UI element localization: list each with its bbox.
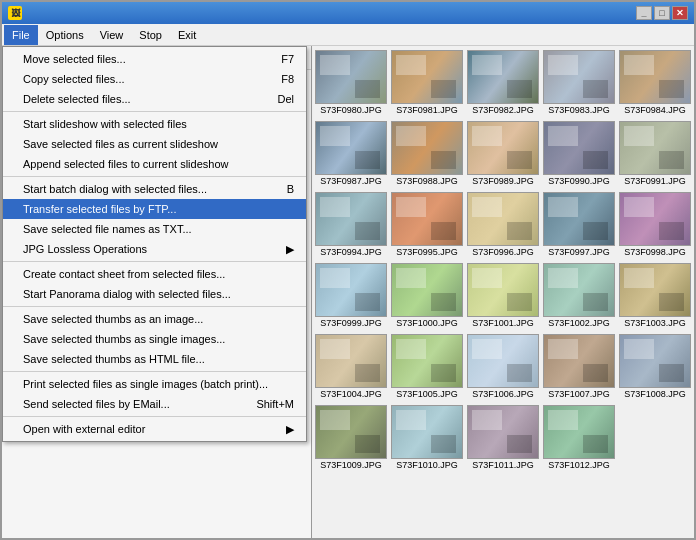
app-icon: 🖼 [8,6,22,20]
menu-print-files[interactable]: Print selected files as single images (b… [3,374,306,394]
thumbnail-item[interactable]: S73F0990.JPG [542,119,616,188]
menu-save-names-txt[interactable]: Save selected file names as TXT... [3,219,306,239]
thumbnail-image [467,192,539,246]
title-bar-left: 🖼 [8,6,26,20]
minimize-button[interactable]: _ [636,6,652,20]
thumbnail-label: S73F1010.JPG [396,460,458,470]
file-dropdown-menu: Move selected files... F7 Copy selected … [2,46,307,442]
menu-panorama[interactable]: Start Panorama dialog with selected file… [3,284,306,304]
menu-start-slideshow[interactable]: Start slideshow with selected files [3,114,306,134]
menu-transfer-ftp[interactable]: Transfer selected files by FTP... [3,199,306,219]
thumbnail-item[interactable]: S73F1003.JPG [618,261,692,330]
thumbnail-image [391,263,463,317]
thumbnail-label: S73F0998.JPG [624,247,686,257]
menu-save-thumbs-html[interactable]: Save selected thumbs as HTML file... [3,349,306,369]
thumbnail-item[interactable]: S73F0999.JPG [314,261,388,330]
thumbnail-item[interactable]: S73F1002.JPG [542,261,616,330]
thumbnail-item[interactable]: S73F0982.JPG [466,48,540,117]
thumbnail-image [619,334,691,388]
thumbnail-image [467,121,539,175]
menu-open-external[interactable]: Open with external editor ▶ [3,419,306,439]
thumbnail-item[interactable]: S73F0980.JPG [314,48,388,117]
thumbnail-image [315,405,387,459]
menu-contact-sheet[interactable]: Create contact sheet from selected files… [3,264,306,284]
thumbnail-item[interactable]: S73F1012.JPG [542,403,616,472]
menu-send-email[interactable]: Send selected files by EMail... Shift+M [3,394,306,414]
thumbnail-grid: S73F0980.JPGS73F0981.JPGS73F0982.JPGS73F… [312,46,694,474]
thumbnail-image [619,121,691,175]
thumbnail-label: S73F0981.JPG [396,105,458,115]
thumbnail-image [467,334,539,388]
thumbnail-label: S73F0994.JPG [320,247,382,257]
thumbnail-label: S73F1012.JPG [548,460,610,470]
menu-delete-files[interactable]: Delete selected files... Del [3,89,306,109]
thumbnail-image [543,121,615,175]
thumbnail-item[interactable]: S73F0994.JPG [314,190,388,259]
menu-stop[interactable]: Stop [131,25,170,45]
thumbnail-item[interactable]: S73F0996.JPG [466,190,540,259]
thumbnail-image [619,263,691,317]
thumbnail-item[interactable]: S73F1006.JPG [466,332,540,401]
window-controls: _ □ ✕ [636,6,688,20]
thumbnail-image [391,121,463,175]
thumbnail-item[interactable]: S73F0997.JPG [542,190,616,259]
thumbnail-item[interactable]: S73F0989.JPG [466,119,540,188]
menu-save-thumbs-image[interactable]: Save selected thumbs as an image... [3,309,306,329]
thumbnail-label: S73F0989.JPG [472,176,534,186]
menu-save-thumbs-single[interactable]: Save selected thumbs as single images... [3,329,306,349]
thumbnail-item[interactable]: S73F0995.JPG [390,190,464,259]
thumbnail-item[interactable]: S73F0981.JPG [390,48,464,117]
thumbnail-item[interactable]: S73F1005.JPG [390,332,464,401]
thumbnail-image [543,405,615,459]
menu-section-1: Move selected files... F7 Copy selected … [3,47,306,112]
thumbnail-label: S73F0990.JPG [548,176,610,186]
thumbnail-label: S73F1007.JPG [548,389,610,399]
thumbnail-item[interactable]: S73F1000.JPG [390,261,464,330]
thumbnail-image [467,50,539,104]
left-panel: Move selected files... F7 Copy selected … [2,46,312,538]
thumbnail-image [467,263,539,317]
thumbnail-label: S73F1005.JPG [396,389,458,399]
thumbnail-item[interactable]: S73F1009.JPG [314,403,388,472]
thumbnail-item[interactable]: S73F1001.JPG [466,261,540,330]
menu-batch-dialog[interactable]: Start batch dialog with selected files..… [3,179,306,199]
thumbnail-item[interactable]: S73F0984.JPG [618,48,692,117]
thumbnail-item[interactable]: S73F1008.JPG [618,332,692,401]
thumbnail-image [543,50,615,104]
thumbnail-image [543,192,615,246]
menu-copy-files[interactable]: Copy selected files... F8 [3,69,306,89]
menu-section-7: Open with external editor ▶ [3,417,306,441]
thumbnail-label: S73F1003.JPG [624,318,686,328]
menu-exit[interactable]: Exit [170,25,204,45]
menu-view[interactable]: View [92,25,132,45]
thumbnail-image [543,334,615,388]
thumbnail-label: S73F1004.JPG [320,389,382,399]
maximize-button[interactable]: □ [654,6,670,20]
title-bar: 🖼 _ □ ✕ [2,2,694,24]
thumbnail-item[interactable]: S73F1011.JPG [466,403,540,472]
thumbnail-label: S73F0997.JPG [548,247,610,257]
menu-options[interactable]: Options [38,25,92,45]
thumbnail-item[interactable]: S73F1010.JPG [390,403,464,472]
thumbnail-item[interactable]: S73F0983.JPG [542,48,616,117]
thumbnail-label: S73F0980.JPG [320,105,382,115]
thumbnail-area[interactable]: S73F0980.JPGS73F0981.JPGS73F0982.JPGS73F… [312,46,694,538]
thumbnail-item[interactable]: S73F0991.JPG [618,119,692,188]
menu-section-3: Start batch dialog with selected files..… [3,177,306,262]
thumbnail-image [315,334,387,388]
thumbnail-item[interactable]: S73F1007.JPG [542,332,616,401]
thumbnail-image [315,50,387,104]
close-button[interactable]: ✕ [672,6,688,20]
menu-file[interactable]: File [4,25,38,45]
menu-jpg-lossless[interactable]: JPG Lossless Operations ▶ [3,239,306,259]
menu-move-files[interactable]: Move selected files... F7 [3,49,306,69]
thumbnail-item[interactable]: S73F1004.JPG [314,332,388,401]
menu-append-slideshow[interactable]: Append selected files to current slidesh… [3,154,306,174]
thumbnail-image [467,405,539,459]
thumbnail-image [391,405,463,459]
thumbnail-label: S73F0999.JPG [320,318,382,328]
menu-save-slideshow[interactable]: Save selected files as current slideshow [3,134,306,154]
thumbnail-item[interactable]: S73F0998.JPG [618,190,692,259]
thumbnail-item[interactable]: S73F0988.JPG [390,119,464,188]
thumbnail-item[interactable]: S73F0987.JPG [314,119,388,188]
